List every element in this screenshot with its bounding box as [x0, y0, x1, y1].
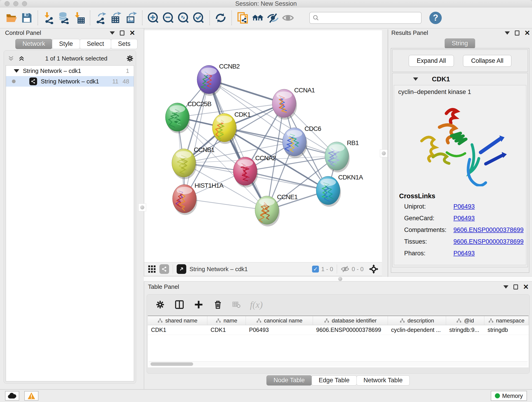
column-header-canonical-name[interactable]: canonical name	[246, 316, 313, 325]
crosslink-link[interactable]: 9606.ENSP00000378699	[453, 238, 524, 245]
horizontal-splitter[interactable]	[144, 276, 532, 281]
network-node-ccnb1[interactable]: CCNB1	[172, 146, 215, 179]
network-node-ccne1[interactable]: CCNE1	[255, 193, 298, 226]
gene-section-header[interactable]: CDK1	[393, 73, 528, 85]
homes-icon[interactable]	[250, 10, 265, 26]
node-table[interactable]: shared namenamecanonical namedatabase id…	[148, 316, 529, 367]
refresh-layout-icon[interactable]	[213, 10, 228, 26]
network-node-ccnb2[interactable]: CCNB2	[197, 63, 240, 96]
table-cell[interactable]: stringdb:9...	[446, 325, 484, 335]
network-from-document-icon[interactable]	[235, 10, 250, 26]
table-options-gear-icon[interactable]	[155, 300, 165, 310]
tab-node-table[interactable]: Node Table	[266, 375, 312, 385]
collection-expander-icon[interactable]	[14, 69, 19, 73]
create-column-icon[interactable]	[194, 300, 204, 310]
network-collection-row[interactable]: String Network – cdk1 1	[6, 65, 134, 76]
warning-icon[interactable]	[24, 391, 38, 401]
network-badge-icon[interactable]	[159, 264, 169, 274]
grid-view-icon[interactable]	[147, 265, 156, 274]
close-panel-icon[interactable]: ✕	[525, 31, 530, 36]
column-header-description[interactable]: description	[388, 316, 446, 325]
tab-select[interactable]: Select	[80, 39, 111, 49]
crosslink-link[interactable]: P06493	[453, 203, 475, 210]
zoom-selected-icon[interactable]	[191, 10, 206, 26]
search-box[interactable]	[309, 12, 422, 24]
gene-expander-icon[interactable]	[413, 77, 418, 81]
close-panel-icon[interactable]: ✕	[129, 31, 135, 36]
show-columns-icon[interactable]	[174, 300, 184, 310]
table-cell[interactable]: cyclin-dependent ...	[388, 325, 446, 335]
table-cell[interactable]: CDK1	[207, 325, 246, 335]
tab-sets[interactable]: Sets	[111, 39, 138, 49]
network-node-hist1h1a[interactable]: HIST1H1A	[172, 182, 224, 215]
network-node-cdk1[interactable]: CDK1	[212, 111, 251, 144]
network-node-cdc6[interactable]: CDC6	[283, 125, 321, 158]
help-icon[interactable]: ?	[429, 12, 442, 24]
column-header-shared-name[interactable]: shared name	[148, 316, 207, 325]
column-header-name[interactable]: name	[207, 316, 246, 325]
tab-style[interactable]: Style	[52, 39, 80, 49]
memory-button[interactable]: Memory	[491, 391, 527, 401]
splitter-handle[interactable]	[338, 277, 342, 281]
import-network-icon[interactable]	[41, 10, 56, 26]
float-panel-icon[interactable]	[513, 284, 518, 289]
network-node-cdkn1a[interactable]: CDKN1A	[316, 174, 363, 207]
table-cell[interactable]: stringdb	[484, 325, 529, 335]
table-cell[interactable]: CDK1	[148, 325, 207, 335]
hidden-node-edge-counts: 0 - 0	[352, 266, 364, 273]
cloud-status-icon[interactable]	[5, 391, 19, 401]
expand-all-button[interactable]: Expand All	[409, 55, 454, 67]
crosslink-link[interactable]: P06493	[453, 250, 475, 257]
pan-crosshair-icon[interactable]	[369, 264, 379, 274]
expand-all-networks-icon[interactable]	[7, 55, 14, 62]
column-header-database-identifier[interactable]: database identifier	[313, 316, 388, 325]
tab-network-table[interactable]: Network Table	[356, 375, 410, 385]
tab-string[interactable]: String	[445, 38, 475, 49]
collapse-all-networks-icon[interactable]	[18, 55, 25, 62]
network-row[interactable]: String Network – cdk1 11 48	[6, 76, 134, 87]
tab-edge-table[interactable]: Edge Table	[312, 375, 357, 385]
network-edge[interactable]	[209, 80, 267, 210]
zoom-in-icon[interactable]	[146, 10, 161, 26]
save-session-icon[interactable]	[19, 10, 34, 26]
network-node-ccna2[interactable]: CCNA2	[233, 154, 276, 187]
float-panel-icon[interactable]	[515, 31, 519, 36]
crosslink-row: Uniprot:P06493	[404, 203, 526, 210]
export-network-icon[interactable]	[94, 10, 109, 26]
crosslink-link[interactable]: 9606.ENSP00000378699	[453, 226, 524, 234]
table-cell[interactable]: 9606.ENSP00000378699	[313, 325, 388, 335]
show-graphics-icon[interactable]	[280, 10, 296, 26]
tab-network[interactable]: Network	[15, 39, 52, 49]
network-node-ccna1[interactable]: CCNA1	[272, 87, 315, 120]
selected-checkbox-icon[interactable]: ✓	[312, 266, 319, 273]
search-input[interactable]	[321, 14, 418, 22]
hide-show-icon[interactable]	[265, 10, 280, 26]
open-session-icon[interactable]	[4, 10, 19, 26]
left-splitter-handle[interactable]	[138, 204, 146, 211]
network-options-gear-icon[interactable]	[126, 54, 134, 63]
birdseye-view-icon[interactable]	[177, 264, 186, 274]
panel-menu-icon[interactable]	[505, 32, 510, 35]
right-splitter-handle[interactable]	[380, 149, 388, 157]
delete-column-icon[interactable]	[213, 300, 223, 310]
zoom-out-icon[interactable]	[161, 10, 176, 26]
control-panel-tabs: NetworkStyleSelectSets	[16, 39, 138, 49]
column-header--id[interactable]: @id	[446, 316, 484, 325]
panel-menu-icon[interactable]	[503, 285, 508, 288]
float-panel-icon[interactable]	[120, 31, 124, 36]
panel-menu-icon[interactable]	[110, 32, 115, 35]
column-header-namespace[interactable]: namespace	[484, 316, 529, 325]
import-table-icon[interactable]	[71, 10, 87, 26]
zoom-fit-icon[interactable]	[176, 10, 191, 26]
crosslink-link[interactable]: P06493	[453, 215, 475, 222]
table-cell[interactable]: P06493	[246, 325, 313, 335]
network-node-rb1[interactable]: RB1	[325, 139, 359, 172]
export-table-icon[interactable]	[109, 10, 124, 26]
table-horizontal-scrollbar[interactable]	[149, 361, 528, 366]
scrollbar-thumb[interactable]	[151, 362, 193, 366]
network-canvas[interactable]: CCNB2CCNA1CDC25BCDK1CDC6RB1CCNB1CCNA2CDK…	[144, 30, 382, 262]
collapse-all-button[interactable]: Collapse All	[463, 55, 511, 67]
close-panel-icon[interactable]: ✕	[523, 284, 529, 289]
import-database-icon[interactable]	[56, 10, 71, 26]
export-image-icon[interactable]	[124, 10, 139, 26]
